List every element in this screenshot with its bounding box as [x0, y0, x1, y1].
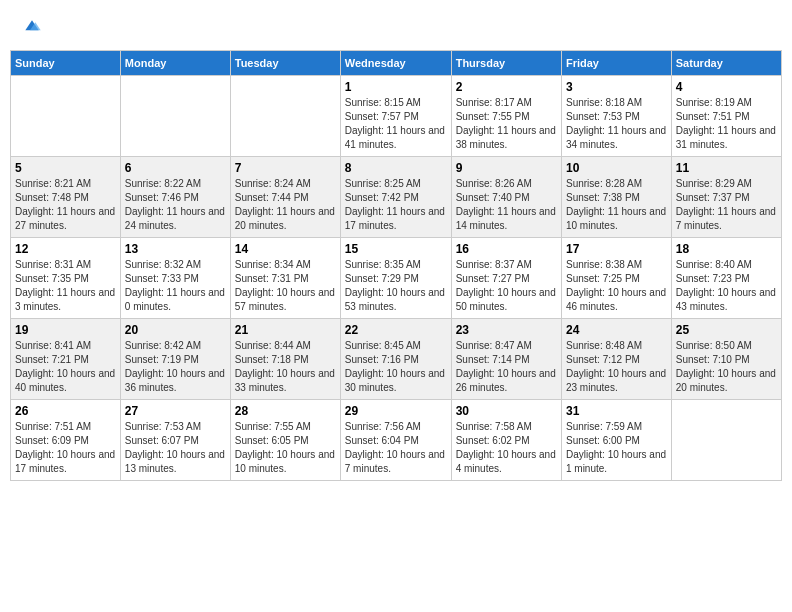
- day-info: Sunrise: 8:24 AMSunset: 7:44 PMDaylight:…: [235, 177, 336, 233]
- day-info: Sunrise: 8:22 AMSunset: 7:46 PMDaylight:…: [125, 177, 226, 233]
- day-number: 8: [345, 161, 447, 175]
- day-info: Sunrise: 8:45 AMSunset: 7:16 PMDaylight:…: [345, 339, 447, 395]
- day-number: 12: [15, 242, 116, 256]
- calendar-cell: [120, 76, 230, 157]
- day-number: 19: [15, 323, 116, 337]
- calendar-cell: 11Sunrise: 8:29 AMSunset: 7:37 PMDayligh…: [671, 157, 781, 238]
- calendar-cell: 22Sunrise: 8:45 AMSunset: 7:16 PMDayligh…: [340, 319, 451, 400]
- calendar-cell: 19Sunrise: 8:41 AMSunset: 7:21 PMDayligh…: [11, 319, 121, 400]
- day-info: Sunrise: 8:48 AMSunset: 7:12 PMDaylight:…: [566, 339, 667, 395]
- day-info: Sunrise: 8:34 AMSunset: 7:31 PMDaylight:…: [235, 258, 336, 314]
- calendar-cell: 17Sunrise: 8:38 AMSunset: 7:25 PMDayligh…: [561, 238, 671, 319]
- calendar-cell: 6Sunrise: 8:22 AMSunset: 7:46 PMDaylight…: [120, 157, 230, 238]
- calendar-cell: [11, 76, 121, 157]
- day-info: Sunrise: 8:32 AMSunset: 7:33 PMDaylight:…: [125, 258, 226, 314]
- day-info: Sunrise: 7:58 AMSunset: 6:02 PMDaylight:…: [456, 420, 557, 476]
- page-header: [10, 10, 782, 40]
- calendar-cell: 20Sunrise: 8:42 AMSunset: 7:19 PMDayligh…: [120, 319, 230, 400]
- calendar-cell: 4Sunrise: 8:19 AMSunset: 7:51 PMDaylight…: [671, 76, 781, 157]
- calendar-cell: 14Sunrise: 8:34 AMSunset: 7:31 PMDayligh…: [230, 238, 340, 319]
- calendar-cell: 15Sunrise: 8:35 AMSunset: 7:29 PMDayligh…: [340, 238, 451, 319]
- calendar-header-monday: Monday: [120, 51, 230, 76]
- calendar-cell: 25Sunrise: 8:50 AMSunset: 7:10 PMDayligh…: [671, 319, 781, 400]
- calendar-week-row: 19Sunrise: 8:41 AMSunset: 7:21 PMDayligh…: [11, 319, 782, 400]
- day-number: 4: [676, 80, 777, 94]
- day-info: Sunrise: 7:55 AMSunset: 6:05 PMDaylight:…: [235, 420, 336, 476]
- calendar-week-row: 1Sunrise: 8:15 AMSunset: 7:57 PMDaylight…: [11, 76, 782, 157]
- calendar-cell: [671, 400, 781, 481]
- day-info: Sunrise: 8:38 AMSunset: 7:25 PMDaylight:…: [566, 258, 667, 314]
- calendar-cell: 10Sunrise: 8:28 AMSunset: 7:38 PMDayligh…: [561, 157, 671, 238]
- calendar-cell: 28Sunrise: 7:55 AMSunset: 6:05 PMDayligh…: [230, 400, 340, 481]
- day-info: Sunrise: 8:25 AMSunset: 7:42 PMDaylight:…: [345, 177, 447, 233]
- calendar-cell: 16Sunrise: 8:37 AMSunset: 7:27 PMDayligh…: [451, 238, 561, 319]
- calendar-cell: 18Sunrise: 8:40 AMSunset: 7:23 PMDayligh…: [671, 238, 781, 319]
- day-info: Sunrise: 7:56 AMSunset: 6:04 PMDaylight:…: [345, 420, 447, 476]
- calendar-cell: 12Sunrise: 8:31 AMSunset: 7:35 PMDayligh…: [11, 238, 121, 319]
- day-info: Sunrise: 8:28 AMSunset: 7:38 PMDaylight:…: [566, 177, 667, 233]
- day-number: 30: [456, 404, 557, 418]
- calendar-cell: 27Sunrise: 7:53 AMSunset: 6:07 PMDayligh…: [120, 400, 230, 481]
- day-number: 31: [566, 404, 667, 418]
- day-number: 21: [235, 323, 336, 337]
- day-number: 9: [456, 161, 557, 175]
- day-number: 22: [345, 323, 447, 337]
- calendar-cell: 5Sunrise: 8:21 AMSunset: 7:48 PMDaylight…: [11, 157, 121, 238]
- day-info: Sunrise: 8:29 AMSunset: 7:37 PMDaylight:…: [676, 177, 777, 233]
- calendar-cell: 23Sunrise: 8:47 AMSunset: 7:14 PMDayligh…: [451, 319, 561, 400]
- calendar-cell: [230, 76, 340, 157]
- calendar-cell: 7Sunrise: 8:24 AMSunset: 7:44 PMDaylight…: [230, 157, 340, 238]
- calendar-cell: 1Sunrise: 8:15 AMSunset: 7:57 PMDaylight…: [340, 76, 451, 157]
- day-info: Sunrise: 8:41 AMSunset: 7:21 PMDaylight:…: [15, 339, 116, 395]
- day-info: Sunrise: 8:40 AMSunset: 7:23 PMDaylight:…: [676, 258, 777, 314]
- calendar-cell: 2Sunrise: 8:17 AMSunset: 7:55 PMDaylight…: [451, 76, 561, 157]
- day-number: 25: [676, 323, 777, 337]
- day-number: 26: [15, 404, 116, 418]
- day-info: Sunrise: 8:19 AMSunset: 7:51 PMDaylight:…: [676, 96, 777, 152]
- calendar-header-saturday: Saturday: [671, 51, 781, 76]
- calendar-cell: 30Sunrise: 7:58 AMSunset: 6:02 PMDayligh…: [451, 400, 561, 481]
- calendar-header-wednesday: Wednesday: [340, 51, 451, 76]
- day-number: 28: [235, 404, 336, 418]
- day-number: 20: [125, 323, 226, 337]
- day-number: 18: [676, 242, 777, 256]
- calendar-header-tuesday: Tuesday: [230, 51, 340, 76]
- day-number: 1: [345, 80, 447, 94]
- day-number: 24: [566, 323, 667, 337]
- calendar-header-thursday: Thursday: [451, 51, 561, 76]
- day-info: Sunrise: 8:31 AMSunset: 7:35 PMDaylight:…: [15, 258, 116, 314]
- calendar-cell: 29Sunrise: 7:56 AMSunset: 6:04 PMDayligh…: [340, 400, 451, 481]
- day-info: Sunrise: 8:47 AMSunset: 7:14 PMDaylight:…: [456, 339, 557, 395]
- day-info: Sunrise: 8:42 AMSunset: 7:19 PMDaylight:…: [125, 339, 226, 395]
- day-number: 7: [235, 161, 336, 175]
- calendar-cell: 8Sunrise: 8:25 AMSunset: 7:42 PMDaylight…: [340, 157, 451, 238]
- calendar-cell: 3Sunrise: 8:18 AMSunset: 7:53 PMDaylight…: [561, 76, 671, 157]
- day-number: 13: [125, 242, 226, 256]
- day-info: Sunrise: 7:59 AMSunset: 6:00 PMDaylight:…: [566, 420, 667, 476]
- calendar-week-row: 12Sunrise: 8:31 AMSunset: 7:35 PMDayligh…: [11, 238, 782, 319]
- day-info: Sunrise: 8:21 AMSunset: 7:48 PMDaylight:…: [15, 177, 116, 233]
- day-info: Sunrise: 8:35 AMSunset: 7:29 PMDaylight:…: [345, 258, 447, 314]
- day-info: Sunrise: 8:37 AMSunset: 7:27 PMDaylight:…: [456, 258, 557, 314]
- day-number: 14: [235, 242, 336, 256]
- day-info: Sunrise: 8:50 AMSunset: 7:10 PMDaylight:…: [676, 339, 777, 395]
- calendar-cell: 26Sunrise: 7:51 AMSunset: 6:09 PMDayligh…: [11, 400, 121, 481]
- calendar-cell: 31Sunrise: 7:59 AMSunset: 6:00 PMDayligh…: [561, 400, 671, 481]
- calendar-header-friday: Friday: [561, 51, 671, 76]
- calendar-week-row: 26Sunrise: 7:51 AMSunset: 6:09 PMDayligh…: [11, 400, 782, 481]
- calendar-week-row: 5Sunrise: 8:21 AMSunset: 7:48 PMDaylight…: [11, 157, 782, 238]
- calendar-cell: 21Sunrise: 8:44 AMSunset: 7:18 PMDayligh…: [230, 319, 340, 400]
- day-info: Sunrise: 8:26 AMSunset: 7:40 PMDaylight:…: [456, 177, 557, 233]
- calendar-table: SundayMondayTuesdayWednesdayThursdayFrid…: [10, 50, 782, 481]
- day-number: 23: [456, 323, 557, 337]
- day-number: 16: [456, 242, 557, 256]
- logo: [20, 15, 42, 35]
- day-number: 17: [566, 242, 667, 256]
- day-number: 11: [676, 161, 777, 175]
- day-info: Sunrise: 8:17 AMSunset: 7:55 PMDaylight:…: [456, 96, 557, 152]
- day-info: Sunrise: 7:53 AMSunset: 6:07 PMDaylight:…: [125, 420, 226, 476]
- calendar-cell: 9Sunrise: 8:26 AMSunset: 7:40 PMDaylight…: [451, 157, 561, 238]
- day-number: 3: [566, 80, 667, 94]
- day-number: 27: [125, 404, 226, 418]
- calendar-cell: 13Sunrise: 8:32 AMSunset: 7:33 PMDayligh…: [120, 238, 230, 319]
